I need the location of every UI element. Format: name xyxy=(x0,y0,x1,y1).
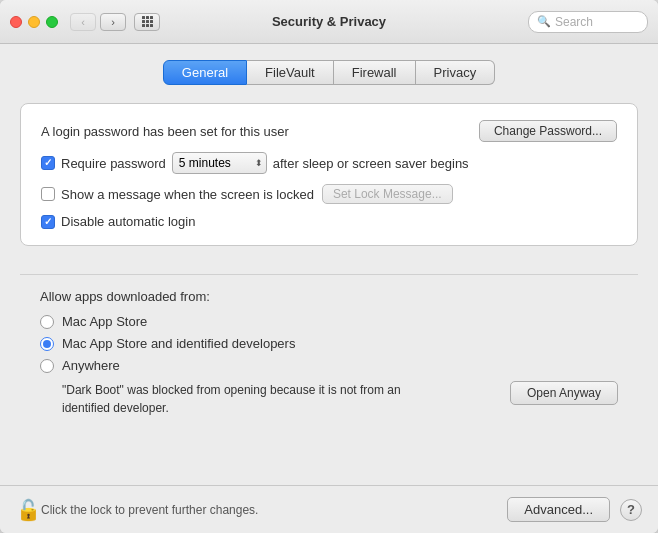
login-password-text: A login password has been set for this u… xyxy=(41,124,289,139)
footer: 🔓 Click the lock to prevent further chan… xyxy=(0,485,658,533)
traffic-lights xyxy=(10,16,58,28)
back-icon: ‹ xyxy=(81,16,85,28)
main-content: General FileVault Firewall Privacy A log… xyxy=(0,44,658,485)
tab-filevault[interactable]: FileVault xyxy=(247,60,334,85)
password-row: A login password has been set for this u… xyxy=(41,120,617,142)
advanced-button[interactable]: Advanced... xyxy=(507,497,610,522)
radio-identified-developers-label: Mac App Store and identified developers xyxy=(62,336,295,351)
radio-anywhere-button[interactable] xyxy=(40,359,54,373)
after-sleep-label: after sleep or screen saver begins xyxy=(273,156,469,171)
tab-firewall[interactable]: Firewall xyxy=(334,60,416,85)
show-message-label: Show a message when the screen is locked xyxy=(61,187,314,202)
set-lock-message-button[interactable]: Set Lock Message... xyxy=(322,184,453,204)
window: ‹ › Security & Privacy 🔍 Search General … xyxy=(0,0,658,533)
change-password-button[interactable]: Change Password... xyxy=(479,120,617,142)
minimize-button[interactable] xyxy=(28,16,40,28)
radio-mac-app-store[interactable]: Mac App Store xyxy=(40,314,618,329)
close-button[interactable] xyxy=(10,16,22,28)
open-anyway-button[interactable]: Open Anyway xyxy=(510,381,618,405)
radio-mac-app-store-identified[interactable]: Mac App Store and identified developers xyxy=(40,336,618,351)
password-timing-dropdown-wrapper: 5 minutes immediately 1 minute 15 minute… xyxy=(172,152,267,174)
help-button[interactable]: ? xyxy=(620,499,642,521)
search-box[interactable]: 🔍 Search xyxy=(528,11,648,33)
disable-autologin-label: Disable automatic login xyxy=(61,214,195,229)
radio-identified-developers-button[interactable] xyxy=(40,337,54,351)
forward-button[interactable]: › xyxy=(100,13,126,31)
require-password-checkbox-wrapper: Require password xyxy=(41,156,166,171)
blocked-app-row: "Dark Boot" was blocked from opening bec… xyxy=(40,381,618,417)
titlebar: ‹ › Security & Privacy 🔍 Search xyxy=(0,0,658,44)
grid-icon xyxy=(142,16,153,27)
back-button[interactable]: ‹ xyxy=(70,13,96,31)
login-section: A login password has been set for this u… xyxy=(20,103,638,246)
disable-autologin-checkbox[interactable] xyxy=(41,215,55,229)
password-timing-select[interactable]: 5 minutes immediately 1 minute 15 minute… xyxy=(172,152,267,174)
require-password-row: Require password 5 minutes immediately 1… xyxy=(41,152,617,174)
tab-general[interactable]: General xyxy=(163,60,247,85)
apps-section: Allow apps downloaded from: Mac App Stor… xyxy=(20,289,638,417)
disable-autologin-row: Disable automatic login xyxy=(41,214,617,229)
footer-right: Advanced... ? xyxy=(507,497,642,522)
show-message-row: Show a message when the screen is locked… xyxy=(41,184,617,204)
lock-icon[interactable]: 🔓 xyxy=(16,498,41,522)
apps-section-heading: Allow apps downloaded from: xyxy=(40,289,618,304)
require-password-checkbox[interactable] xyxy=(41,156,55,170)
radio-anywhere-label: Anywhere xyxy=(62,358,120,373)
nav-buttons: ‹ › xyxy=(70,13,126,31)
window-title: Security & Privacy xyxy=(272,14,386,29)
radio-mac-app-store-label: Mac App Store xyxy=(62,314,147,329)
show-message-checkbox-wrapper: Show a message when the screen is locked xyxy=(41,187,314,202)
blocked-app-text: "Dark Boot" was blocked from opening bec… xyxy=(62,381,422,417)
require-password-label: Require password xyxy=(61,156,166,171)
search-icon: 🔍 xyxy=(537,15,551,28)
forward-icon: › xyxy=(111,16,115,28)
radio-anywhere[interactable]: Anywhere xyxy=(40,358,618,373)
tab-privacy[interactable]: Privacy xyxy=(416,60,496,85)
section-divider xyxy=(20,274,638,275)
disable-autologin-checkbox-wrapper: Disable automatic login xyxy=(41,214,195,229)
lock-status-text: Click the lock to prevent further change… xyxy=(41,503,258,517)
radio-mac-app-store-button[interactable] xyxy=(40,315,54,329)
show-message-checkbox[interactable] xyxy=(41,187,55,201)
maximize-button[interactable] xyxy=(46,16,58,28)
tab-bar: General FileVault Firewall Privacy xyxy=(20,60,638,85)
search-placeholder: Search xyxy=(555,15,593,29)
grid-view-button[interactable] xyxy=(134,13,160,31)
